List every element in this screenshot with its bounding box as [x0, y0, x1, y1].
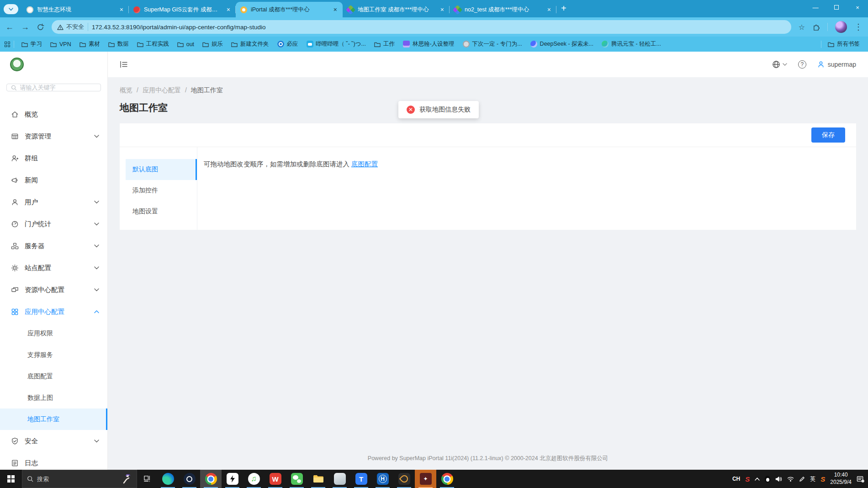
task-view-button[interactable]: [137, 470, 157, 488]
extensions-icon[interactable]: [812, 23, 820, 31]
bookmark-folder[interactable]: 娱乐: [199, 39, 227, 49]
address-bar[interactable]: 不安全 172.43.52.3:8190/iportal/admin-ui/ap…: [52, 20, 791, 34]
bookmark-folder[interactable]: out: [174, 40, 198, 49]
tab-iportal-active[interactable]: iPortal 成都市***理中心 ×: [236, 2, 343, 17]
tab-smart-eco[interactable]: 智慧生态环境 ×: [22, 2, 129, 17]
taskbar-app-notes[interactable]: [329, 470, 350, 488]
sidebar-item-app-center-config[interactable]: 应用中心配置: [0, 301, 107, 323]
sidebar-item-portal-stats[interactable]: 门户统计: [0, 213, 107, 235]
bookmark-folder[interactable]: 数据: [105, 39, 132, 49]
sidebar-collapse-icon[interactable]: [120, 61, 128, 68]
taskbar-app-qqmusic[interactable]: ♫: [243, 470, 265, 488]
start-button[interactable]: [0, 470, 22, 488]
sidebar-item-logs[interactable]: 日志: [0, 452, 107, 470]
profile-avatar[interactable]: [835, 21, 847, 33]
bookmark-next-time[interactable]: 下次一定 - 专门为...: [459, 39, 526, 49]
minimize-button[interactable]: —: [805, 0, 826, 15]
taskbar-search-input[interactable]: [37, 476, 101, 483]
bookmark-deepseek[interactable]: DeepSeek - 探索未...: [527, 39, 597, 49]
sidebar-item-news[interactable]: 新闻: [0, 169, 107, 191]
close-icon[interactable]: ×: [439, 6, 445, 13]
sidebar-subitem-map-studio[interactable]: 地图工作室: [0, 408, 107, 430]
sidebar-item-resource-center-config[interactable]: 资源中心配置: [0, 279, 107, 301]
security-chip[interactable]: 不安全: [57, 23, 88, 31]
taskbar-app-chrome[interactable]: [200, 470, 222, 488]
sidebar-search[interactable]: [6, 84, 101, 91]
bookmark-folder[interactable]: 工程实践: [133, 39, 173, 49]
close-icon[interactable]: ×: [333, 6, 338, 13]
bookmark-bilibili[interactable]: 哔哩哔哩（ ˘- ˘)つ...: [303, 39, 370, 49]
bookmark-folder[interactable]: 新建文件夹: [228, 39, 273, 49]
taskbar-clock[interactable]: 10:40 2025/9/4: [830, 472, 852, 486]
taskbar-search[interactable]: [22, 470, 137, 488]
help-icon[interactable]: ?: [798, 60, 806, 69]
new-tab-button[interactable]: +: [561, 3, 566, 14]
taskbar-app-explorer[interactable]: [307, 470, 329, 488]
all-bookmarks-button[interactable]: 所有书签: [824, 39, 863, 49]
reload-button[interactable]: [37, 23, 44, 31]
bookmark-notes[interactable]: 林思翰-人设整理: [399, 39, 458, 49]
maximize-button[interactable]: [826, 0, 847, 15]
sidebar-item-resource-mgmt[interactable]: 资源管理: [0, 125, 107, 147]
tab-map-settings[interactable]: 地图设置: [126, 201, 197, 222]
sogou-input-icon[interactable]: S: [820, 475, 825, 483]
apps-grid-icon[interactable]: [5, 42, 10, 47]
tray-expand-icon[interactable]: [755, 477, 760, 481]
bookmark-yuanbao[interactable]: 腾讯元宝 - 轻松工...: [598, 39, 665, 49]
language-selector[interactable]: [772, 60, 787, 69]
bookmark-folder[interactable]: 学习: [18, 39, 46, 49]
breadcrumb-app-center[interactable]: 应用中心配置: [143, 86, 181, 95]
bookmark-folder[interactable]: 素材: [76, 39, 104, 49]
taskbar-app-steam[interactable]: [179, 470, 200, 488]
search-input[interactable]: [20, 84, 96, 91]
language-indicator[interactable]: 英: [810, 475, 815, 483]
sidebar-subitem-basemap-config[interactable]: 底图配置: [0, 366, 107, 387]
sidebar-subitem-data-to-map[interactable]: 数据上图: [0, 387, 107, 408]
sidebar-item-security[interactable]: 安全: [0, 430, 107, 452]
notification-center-icon[interactable]: [857, 476, 864, 483]
tab-map-studio[interactable]: 地图工作室 成都市***理中心 ×: [343, 2, 450, 17]
taskbar-app-active-orange[interactable]: ✦: [415, 470, 436, 488]
sidebar-item-users[interactable]: 用户: [0, 191, 107, 213]
bookmark-bing[interactable]: 必应: [274, 39, 302, 49]
taskbar-app-lightning[interactable]: [222, 470, 243, 488]
sidebar-item-overview[interactable]: 概览: [0, 103, 107, 125]
tab-add-widget[interactable]: 添加控件: [126, 180, 197, 201]
tab-default-basemap[interactable]: 默认底图: [126, 159, 197, 180]
qq-penguin-icon[interactable]: [765, 476, 770, 483]
close-window-button[interactable]: ×: [847, 0, 868, 15]
pen-icon[interactable]: [799, 476, 805, 482]
taskbar-app-chrome-2[interactable]: [436, 470, 458, 488]
tab-no2-test[interactable]: no2_test 成都市***理中心 ×: [450, 2, 556, 17]
back-button[interactable]: ←: [5, 22, 14, 32]
taskbar-app-todo[interactable]: T: [350, 470, 372, 488]
tab-search-button[interactable]: [4, 4, 18, 14]
bookmark-folder[interactable]: 工作: [370, 39, 398, 49]
sidebar-item-servers[interactable]: 服务器: [0, 235, 107, 257]
volume-icon[interactable]: [775, 476, 782, 482]
bookmark-folder[interactable]: VPN: [47, 40, 75, 49]
taskbar-app-h-chat[interactable]: H: [372, 470, 393, 488]
taskbar-app-wechat[interactable]: [286, 470, 307, 488]
user-menu[interactable]: supermap: [817, 61, 856, 68]
taskbar-app-netease[interactable]: [393, 470, 415, 488]
bookmark-star-icon[interactable]: ☆: [799, 23, 805, 32]
close-icon[interactable]: ×: [226, 6, 231, 13]
save-button[interactable]: 保存: [811, 127, 845, 143]
sogou-icon[interactable]: S: [745, 475, 750, 483]
sidebar-item-groups[interactable]: 群组: [0, 147, 107, 169]
ime-indicator[interactable]: CH: [732, 476, 740, 482]
sidebar-subitem-app-permissions[interactable]: 应用权限: [0, 323, 107, 344]
breadcrumb-overview[interactable]: 概览: [120, 86, 132, 95]
browser-menu-icon[interactable]: ⋮: [854, 22, 863, 32]
sidebar-subitem-support-services[interactable]: 支撑服务: [0, 344, 107, 366]
tab-supermap-gis[interactable]: SuperMap GIS云套件 成都市** ×: [129, 2, 236, 17]
sidebar-item-site-config[interactable]: 站点配置: [0, 257, 107, 279]
taskbar-app-edge[interactable]: [157, 470, 179, 488]
basemap-config-link[interactable]: 底图配置: [351, 160, 378, 168]
close-icon[interactable]: ×: [119, 6, 124, 13]
network-icon[interactable]: [787, 476, 794, 482]
taskbar-app-wps[interactable]: W: [265, 470, 286, 488]
close-icon[interactable]: ×: [546, 6, 552, 13]
forward-button[interactable]: →: [21, 22, 29, 32]
